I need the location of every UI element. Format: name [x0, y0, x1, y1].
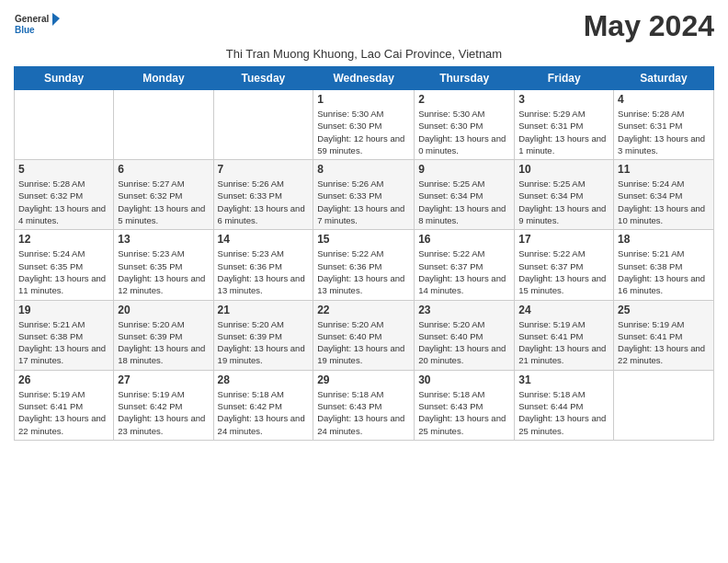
day-number: 1: [317, 93, 410, 106]
calendar-cell: 17Sunrise: 5:22 AMSunset: 6:37 PMDayligh…: [515, 230, 614, 300]
day-number: 2: [418, 93, 510, 106]
day-info: Sunrise: 5:18 AMSunset: 6:43 PMDaylight:…: [317, 388, 410, 437]
calendar-cell: 30Sunrise: 5:18 AMSunset: 6:43 PMDayligh…: [415, 370, 515, 440]
day-number: 6: [118, 163, 209, 176]
day-number: 23: [418, 304, 510, 316]
day-number: 5: [18, 163, 109, 176]
day-info: Sunrise: 5:19 AMSunset: 6:42 PMDaylight:…: [118, 388, 209, 437]
svg-marker-2: [52, 13, 60, 26]
day-info: Sunrise: 5:20 AMSunset: 6:40 PMDaylight:…: [317, 318, 410, 367]
svg-text:Blue: Blue: [15, 25, 35, 35]
calendar-cell: 21Sunrise: 5:20 AMSunset: 6:39 PMDayligh…: [213, 300, 313, 370]
day-number: 30: [418, 373, 510, 386]
calendar-table: SundayMondayTuesdayWednesdayThursdayFrid…: [14, 66, 714, 441]
day-number: 20: [118, 304, 209, 316]
day-number: 24: [518, 304, 609, 316]
day-number: 15: [317, 233, 410, 246]
calendar-cell: 18Sunrise: 5:21 AMSunset: 6:38 PMDayligh…: [614, 230, 714, 300]
day-info: Sunrise: 5:25 AMSunset: 6:34 PMDaylight:…: [518, 178, 609, 226]
day-number: 27: [118, 373, 209, 386]
weekday-header-monday: Monday: [114, 67, 213, 90]
day-number: 8: [317, 163, 410, 176]
day-number: 16: [418, 233, 510, 246]
day-info: Sunrise: 5:20 AMSunset: 6:39 PMDaylight:…: [118, 318, 209, 367]
calendar-cell: 3Sunrise: 5:29 AMSunset: 6:31 PMDaylight…: [515, 90, 614, 160]
calendar-cell: 16Sunrise: 5:22 AMSunset: 6:37 PMDayligh…: [415, 230, 515, 300]
day-info: Sunrise: 5:19 AMSunset: 6:41 PMDaylight:…: [518, 318, 609, 367]
logo: General Blue: [14, 9, 60, 42]
day-info: Sunrise: 5:18 AMSunset: 6:44 PMDaylight:…: [518, 388, 609, 437]
calendar-cell: 10Sunrise: 5:25 AMSunset: 6:34 PMDayligh…: [515, 160, 614, 230]
day-number: 10: [518, 163, 609, 176]
calendar-cell: 13Sunrise: 5:23 AMSunset: 6:35 PMDayligh…: [114, 230, 213, 300]
calendar-cell: 19Sunrise: 5:21 AMSunset: 6:38 PMDayligh…: [15, 300, 114, 370]
calendar-cell: 15Sunrise: 5:22 AMSunset: 6:36 PMDayligh…: [313, 230, 415, 300]
day-number: 17: [518, 233, 609, 246]
day-info: Sunrise: 5:25 AMSunset: 6:34 PMDaylight:…: [418, 178, 510, 226]
day-info: Sunrise: 5:18 AMSunset: 6:43 PMDaylight:…: [418, 388, 510, 437]
day-info: Sunrise: 5:28 AMSunset: 6:31 PMDaylight:…: [618, 108, 710, 156]
calendar-cell: 20Sunrise: 5:20 AMSunset: 6:39 PMDayligh…: [114, 300, 213, 370]
calendar-cell: [614, 370, 714, 440]
month-title: May 2024: [584, 9, 714, 43]
day-number: 31: [518, 373, 609, 386]
calendar-cell: [114, 90, 213, 160]
day-info: Sunrise: 5:21 AMSunset: 6:38 PMDaylight:…: [18, 318, 109, 367]
calendar-cell: 11Sunrise: 5:24 AMSunset: 6:34 PMDayligh…: [614, 160, 714, 230]
day-info: Sunrise: 5:22 AMSunset: 6:36 PMDaylight:…: [317, 247, 410, 296]
day-number: 28: [218, 373, 310, 386]
calendar-cell: 2Sunrise: 5:30 AMSunset: 6:30 PMDaylight…: [415, 90, 515, 160]
calendar-cell: 14Sunrise: 5:23 AMSunset: 6:36 PMDayligh…: [213, 230, 313, 300]
day-info: Sunrise: 5:24 AMSunset: 6:35 PMDaylight:…: [18, 247, 109, 296]
day-number: 18: [618, 233, 710, 246]
day-info: Sunrise: 5:26 AMSunset: 6:33 PMDaylight:…: [317, 178, 410, 226]
calendar-cell: 9Sunrise: 5:25 AMSunset: 6:34 PMDaylight…: [415, 160, 515, 230]
day-number: 3: [518, 93, 609, 106]
weekday-header-saturday: Saturday: [614, 67, 714, 90]
day-info: Sunrise: 5:19 AMSunset: 6:41 PMDaylight:…: [618, 318, 710, 367]
day-info: Sunrise: 5:21 AMSunset: 6:38 PMDaylight:…: [618, 247, 710, 296]
weekday-header-tuesday: Tuesday: [213, 67, 313, 90]
calendar-cell: [15, 90, 114, 160]
day-info: Sunrise: 5:30 AMSunset: 6:30 PMDaylight:…: [317, 108, 410, 156]
calendar-cell: 8Sunrise: 5:26 AMSunset: 6:33 PMDaylight…: [313, 160, 415, 230]
day-info: Sunrise: 5:27 AMSunset: 6:32 PMDaylight:…: [118, 178, 209, 226]
day-number: 26: [18, 373, 109, 386]
page-header: General Blue May 2024: [14, 9, 714, 43]
day-number: 11: [618, 163, 710, 176]
calendar-cell: 23Sunrise: 5:20 AMSunset: 6:40 PMDayligh…: [415, 300, 515, 370]
day-info: Sunrise: 5:29 AMSunset: 6:31 PMDaylight:…: [518, 108, 609, 156]
day-info: Sunrise: 5:26 AMSunset: 6:33 PMDaylight:…: [218, 178, 310, 226]
day-info: Sunrise: 5:28 AMSunset: 6:32 PMDaylight:…: [18, 178, 109, 226]
calendar-cell: 27Sunrise: 5:19 AMSunset: 6:42 PMDayligh…: [114, 370, 213, 440]
day-number: 9: [418, 163, 510, 176]
calendar-cell: 4Sunrise: 5:28 AMSunset: 6:31 PMDaylight…: [614, 90, 714, 160]
calendar-cell: 5Sunrise: 5:28 AMSunset: 6:32 PMDaylight…: [15, 160, 114, 230]
logo-svg: General Blue: [14, 9, 60, 42]
day-info: Sunrise: 5:24 AMSunset: 6:34 PMDaylight:…: [618, 178, 710, 226]
calendar-subtitle: Thi Tran Muong Khuong, Lao Cai Province,…: [14, 47, 714, 61]
day-info: Sunrise: 5:22 AMSunset: 6:37 PMDaylight:…: [418, 247, 510, 296]
calendar-cell: 28Sunrise: 5:18 AMSunset: 6:42 PMDayligh…: [213, 370, 313, 440]
day-info: Sunrise: 5:20 AMSunset: 6:39 PMDaylight:…: [218, 318, 310, 367]
weekday-header-wednesday: Wednesday: [313, 67, 415, 90]
day-number: 14: [218, 233, 310, 246]
calendar-cell: 31Sunrise: 5:18 AMSunset: 6:44 PMDayligh…: [515, 370, 614, 440]
day-number: 4: [618, 93, 710, 106]
calendar-cell: 25Sunrise: 5:19 AMSunset: 6:41 PMDayligh…: [614, 300, 714, 370]
calendar-cell: 12Sunrise: 5:24 AMSunset: 6:35 PMDayligh…: [15, 230, 114, 300]
day-number: 29: [317, 373, 410, 386]
day-info: Sunrise: 5:23 AMSunset: 6:35 PMDaylight:…: [118, 247, 209, 296]
calendar-cell: 26Sunrise: 5:19 AMSunset: 6:41 PMDayligh…: [15, 370, 114, 440]
day-info: Sunrise: 5:19 AMSunset: 6:41 PMDaylight:…: [18, 388, 109, 437]
weekday-header-thursday: Thursday: [415, 67, 515, 90]
day-info: Sunrise: 5:18 AMSunset: 6:42 PMDaylight:…: [218, 388, 310, 437]
calendar-cell: 7Sunrise: 5:26 AMSunset: 6:33 PMDaylight…: [213, 160, 313, 230]
day-number: 21: [218, 304, 310, 316]
calendar-cell: [213, 90, 313, 160]
day-number: 22: [317, 304, 410, 316]
calendar-cell: 29Sunrise: 5:18 AMSunset: 6:43 PMDayligh…: [313, 370, 415, 440]
day-info: Sunrise: 5:20 AMSunset: 6:40 PMDaylight:…: [418, 318, 510, 367]
day-number: 25: [618, 304, 710, 316]
calendar-cell: 22Sunrise: 5:20 AMSunset: 6:40 PMDayligh…: [313, 300, 415, 370]
